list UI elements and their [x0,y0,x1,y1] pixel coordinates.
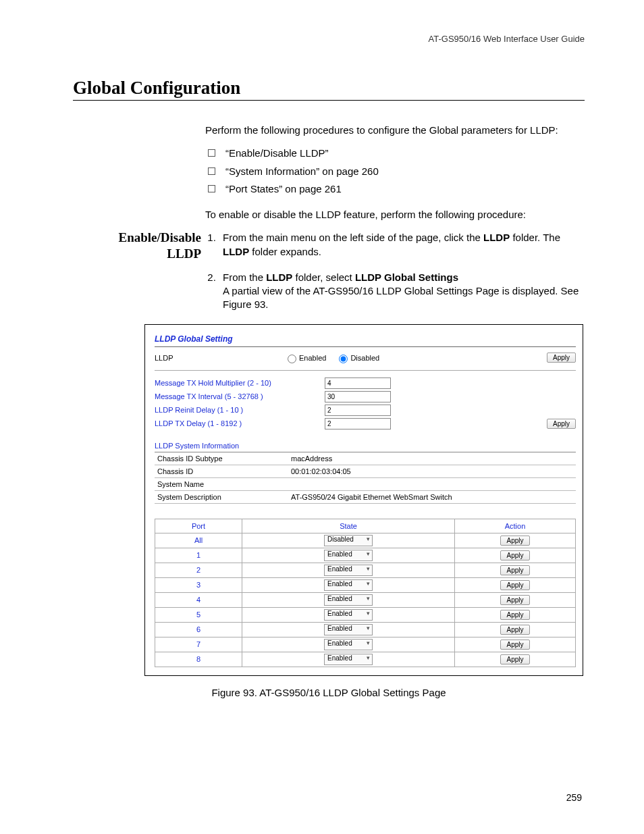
apply-button[interactable]: Apply [500,654,529,664]
apply-button[interactable]: Apply [547,353,576,363]
param-label: Message TX Hold Multiplier (2 - 10) [155,379,325,387]
port-cell: 8 [155,652,242,667]
checklist-item: “Port States” on page 261 [205,182,585,196]
step-text: folder expands. [249,246,321,257]
side-intro: To enable or disable the LLDP feature, p… [205,208,585,221]
ports-header-action: Action [455,519,576,533]
apply-button[interactable]: Apply [500,625,529,635]
apply-button[interactable]: Apply [500,640,529,650]
table-row: 4 Enabled Apply [155,592,576,607]
checklist-item: “System Information” on page 260 [205,165,585,178]
figure-screenshot: LLDP Global Setting LLDP Enabled Disable… [144,324,583,676]
state-select[interactable]: Enabled [324,594,373,606]
table-row: Chassis ID00:01:02:03:04:05 [155,465,576,477]
port-cell: 7 [155,637,242,652]
sysinfo-value: AT-GS950/24 Gigabit Ethernet WebSmart Sw… [288,490,576,503]
ports-header-state: State [242,519,455,533]
state-select[interactable]: Enabled [324,654,373,665]
document-header: AT-GS950/16 Web Interface User Guide [73,34,585,44]
table-row: 1 Enabled Apply [155,548,576,563]
sysinfo-value: macAddress [288,452,576,465]
sysinfo-key: Chassis ID [155,465,288,477]
table-row: 7 Enabled Apply [155,637,576,652]
radio-disabled-input[interactable] [339,355,348,363]
sysinfo-key: System Name [155,477,288,490]
param-label: LLDP TX Delay (1 - 8192 ) [155,419,325,427]
radio-enabled[interactable]: Enabled [284,353,326,363]
table-row: 3 Enabled Apply [155,577,576,592]
table-row: Chassis ID SubtypemacAddress [155,452,576,465]
port-cell: All [155,533,242,548]
param-input[interactable] [325,391,391,402]
state-select[interactable]: Enabled [324,639,373,650]
ports-table: Port State Action All Disabled Apply 1 E… [155,519,576,667]
state-select[interactable]: Enabled [324,550,373,561]
table-row: System Name [155,477,576,490]
page-title: Global Configuration [73,78,585,101]
sysinfo-value: 00:01:02:03:04:05 [288,465,576,477]
table-row: 2 Enabled Apply [155,563,576,577]
radio-enabled-input[interactable] [288,355,296,363]
param-input[interactable] [325,405,391,416]
table-row: 8 Enabled Apply [155,652,576,667]
port-cell: 2 [155,563,242,577]
port-cell: 6 [155,622,242,637]
sysinfo-key: Chassis ID Subtype [155,452,288,465]
step-text: folder. The [510,232,560,243]
step-item: From the LLDP folder, select LLDP Global… [219,271,585,312]
apply-button[interactable]: Apply [500,610,529,620]
table-row: All Disabled Apply [155,533,576,548]
state-select[interactable]: Enabled [324,609,373,621]
step-text: A partial view of the AT-GS950/16 LLDP G… [223,285,579,310]
step-bold: LLDP Global Settings [355,271,458,283]
radio-label: Disabled [350,354,379,362]
lldp-label: LLDP [155,354,284,362]
page-number: 259 [566,792,582,803]
apply-button[interactable]: Apply [500,595,529,605]
port-cell: 1 [155,548,242,563]
step-bold: LLDP [223,246,249,257]
sysinfo-title: LLDP System Information [155,442,576,452]
state-select[interactable]: Disabled [324,535,373,546]
apply-button[interactable]: Apply [500,565,529,575]
apply-button[interactable]: Apply [500,580,529,590]
table-row: System DescriptionAT-GS950/24 Gigabit Et… [155,490,576,503]
step-text: From the main menu on the left side of t… [223,232,483,243]
state-select[interactable]: Enabled [324,624,373,635]
sysinfo-value [288,477,576,490]
side-heading: Enable/Disable LLDP [95,230,201,262]
step-bold: LLDP [266,271,292,283]
port-cell: 4 [155,592,242,607]
radio-label: Enabled [299,354,326,362]
sysinfo-table: Chassis ID SubtypemacAddress Chassis ID0… [155,452,576,504]
panel-title: LLDP Global Setting [155,334,576,347]
step-text: From the [223,271,266,283]
state-select[interactable]: Enabled [324,565,373,576]
sysinfo-key: System Description [155,490,288,503]
param-label: LLDP Reinit Delay (1 - 10 ) [155,406,325,414]
ports-header-port: Port [155,519,242,533]
port-cell: 5 [155,607,242,622]
table-row: 6 Enabled Apply [155,622,576,637]
apply-button[interactable]: Apply [547,419,576,429]
step-item: From the main menu on the left side of t… [219,231,585,259]
intro-text: Perform the following procedures to conf… [205,124,585,137]
radio-disabled[interactable]: Disabled [336,353,379,363]
apply-button[interactable]: Apply [500,536,529,546]
state-select[interactable]: Enabled [324,579,373,591]
table-row: 5 Enabled Apply [155,607,576,622]
checklist-item: “Enable/Disable LLDP” [205,147,585,160]
param-label: Message TX Interval (5 - 32768 ) [155,392,325,400]
param-input[interactable] [325,418,391,429]
step-bold: LLDP [483,232,510,243]
port-cell: 3 [155,577,242,592]
apply-button[interactable]: Apply [500,550,529,561]
step-text: folder, select [292,271,355,283]
param-input[interactable] [325,377,391,389]
figure-caption: Figure 93. AT-GS950/16 LLDP Global Setti… [73,687,585,698]
